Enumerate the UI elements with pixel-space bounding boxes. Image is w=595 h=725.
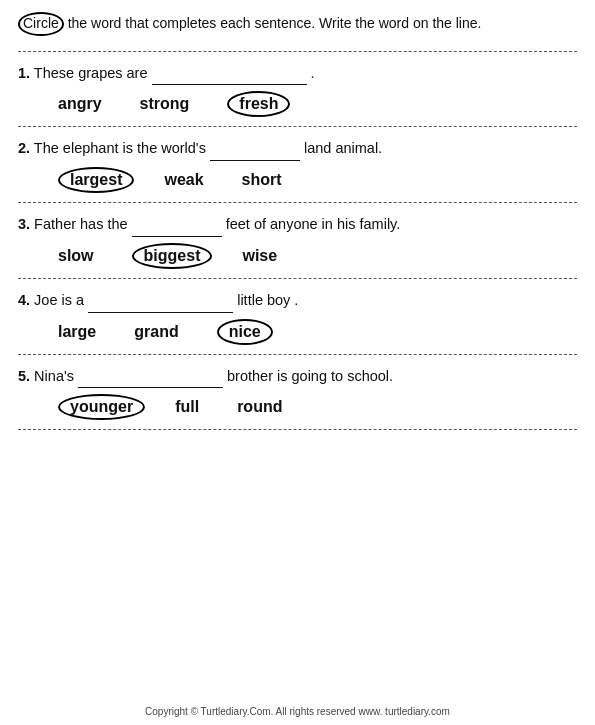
options-1: angrystrongfresh (18, 91, 577, 117)
option-4-2: grand (134, 323, 178, 341)
divider-2 (18, 202, 577, 203)
question-3-text: 3. Father has the feet of anyone in his … (18, 214, 577, 237)
divider-0 (18, 51, 577, 52)
question-4-text: 4. Joe is a little boy . (18, 290, 577, 313)
option-1-3: fresh (227, 91, 290, 117)
option-5-3: round (237, 398, 282, 416)
question-2: 2. The elephant is the world's land anim… (18, 132, 577, 197)
circle-word: Circle (18, 12, 64, 36)
divider-3 (18, 278, 577, 279)
instructions-text: the word that completes each sentence. W… (64, 15, 482, 31)
worksheet-page: Circle the word that completes each sent… (0, 0, 595, 725)
option-2-3: short (242, 171, 282, 189)
blank-4 (88, 290, 233, 313)
question-1: 1. These grapes are .angrystrongfresh (18, 57, 577, 122)
option-1-1: angry (58, 95, 102, 113)
blank-2 (210, 138, 300, 161)
divider-4 (18, 354, 577, 355)
question-2-text: 2. The elephant is the world's land anim… (18, 138, 577, 161)
question-5-text: 5. Nina's brother is going to school. (18, 366, 577, 389)
question-3: 3. Father has the feet of anyone in his … (18, 208, 577, 273)
options-3: slowbiggestwise (18, 243, 577, 269)
option-5-1: younger (58, 394, 145, 420)
questions-container: 1. These grapes are .angrystrongfresh2. … (18, 57, 577, 436)
options-5: youngerfullround (18, 394, 577, 420)
option-3-1: slow (58, 247, 94, 265)
option-2-2: weak (164, 171, 203, 189)
question-1-text: 1. These grapes are . (18, 63, 577, 86)
options-2: largestweakshort (18, 167, 577, 193)
option-3-3: wise (242, 247, 277, 265)
options-4: largegrandnice (18, 319, 577, 345)
question-5: 5. Nina's brother is going to school.you… (18, 360, 577, 425)
option-1-2: strong (140, 95, 190, 113)
option-3-2: biggest (132, 243, 213, 269)
instructions: Circle the word that completes each sent… (18, 12, 577, 42)
question-4: 4. Joe is a little boy .largegrandnice (18, 284, 577, 349)
footer: Copyright © Turtlediary.Com. All rights … (18, 702, 577, 717)
divider-1 (18, 126, 577, 127)
blank-5 (78, 366, 223, 389)
copyright-text: Copyright © Turtlediary.Com. All rights … (145, 706, 450, 717)
blank-3 (132, 214, 222, 237)
option-2-1: largest (58, 167, 134, 193)
blank-1 (152, 63, 307, 86)
divider-5 (18, 429, 577, 430)
option-4-3: nice (217, 319, 273, 345)
option-5-2: full (175, 398, 199, 416)
option-4-1: large (58, 323, 96, 341)
